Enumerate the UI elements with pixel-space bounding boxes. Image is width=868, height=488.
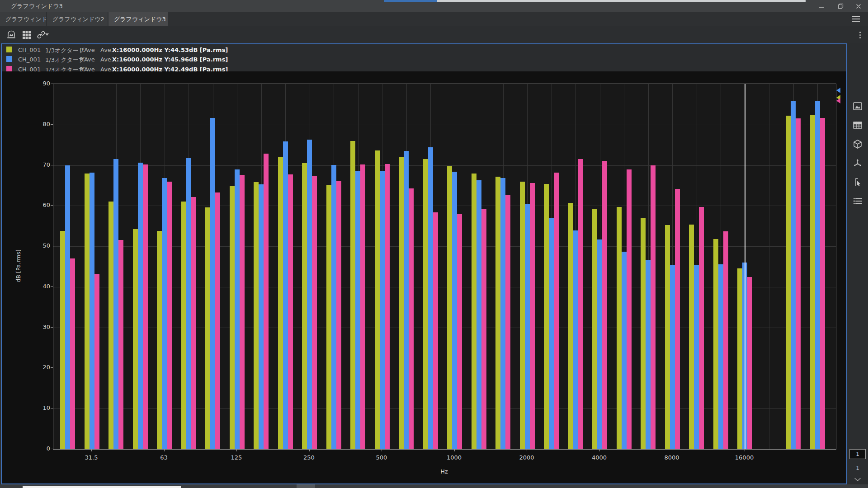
tab-graph-window-3[interactable]: グラフウィンドウ3✕ [108,12,168,26]
layout-grid-button[interactable] [20,28,33,42]
bar-series-3 [723,231,728,449]
minimize-button[interactable] [813,0,830,12]
bottom-bar [0,484,868,488]
y-tick-mark [51,165,53,165]
tab-bar: グラフウィンドウ1 グラフウィンドウ2 グラフウィンドウ3✕ [0,12,868,26]
gridline-horizontal [53,125,836,125]
bar-series-2 [259,184,264,449]
series-color-swatch [6,56,12,62]
tab-graph-window-2[interactable]: グラフウィンドウ2 [47,12,108,26]
bar-series-2 [815,101,820,449]
y-tick-mark [51,246,53,246]
bar-series-3 [747,277,752,449]
y-tick-label: 30 [31,324,50,330]
bar-series-2 [90,173,94,449]
bar-series-3 [796,118,801,449]
bar-series-3 [602,161,607,449]
bar-series-3 [336,181,341,449]
bar-series-3 [481,209,486,449]
bar-series-2 [65,165,70,449]
bar-series-1 [205,207,210,449]
tab-label: グラフウィンドウ2 [52,16,104,23]
bar-series-2 [694,265,699,449]
processing-label: P.Ave [80,56,95,63]
bar-series-2 [525,204,530,449]
image-icon [852,101,863,112]
analysis-label: 1/3オクターブ [45,56,85,64]
bar-series-1 [399,157,404,449]
table-view-button[interactable] [852,119,863,131]
tab-graph-window-1[interactable]: グラフウィンドウ1 [0,12,46,26]
more-ellipsis-icon[interactable] [858,29,862,41]
restore-icon [838,3,844,9]
bar-series-2 [138,163,143,449]
bar-series-2 [331,165,336,449]
bar-series-2 [404,151,409,449]
bar-series-3 [820,118,825,449]
bar-series-3 [699,207,704,449]
bar-series-2 [380,171,385,449]
list-view-button[interactable] [852,195,863,207]
y-tick-label: 40 [31,283,50,290]
cursor-line[interactable] [745,84,745,449]
legend-row-1[interactable]: CH_001 1/3オクターブ P.Ave Ave. X:16000.000Hz… [2,47,273,54]
bar-series-3 [240,175,245,449]
x-tick-mark [599,449,600,451]
tab-label: グラフウィンドウ3 [114,16,166,23]
page-next-chevron[interactable] [849,475,866,483]
legend-row-2[interactable]: CH_001 1/3オクターブ P.Ave Ave. X:16000.000Hz… [2,56,273,64]
y-tick-label: 20 [31,364,50,371]
plot-area[interactable] [53,84,836,450]
bar-series-2 [500,178,505,449]
x-tick-label: 8000 [656,454,688,461]
close-icon [856,4,861,9]
bar-series-2 [573,230,578,449]
bar-series-2 [235,169,240,449]
background-window-edge-blue [384,0,437,2]
bar-series-1 [302,163,307,449]
channel-label: CH_001 [18,56,41,63]
cursor-edge-marker[interactable] [836,98,840,103]
bar-series-2 [597,239,602,449]
y-tick-mark [51,367,53,368]
table-icon [852,120,863,131]
caret-down-icon[interactable] [45,33,49,36]
cube-3d-button[interactable] [852,138,863,150]
bar-series-1 [665,225,670,449]
bar-series-1 [157,231,162,449]
bar-series-3 [651,165,656,449]
x-tick-mark [527,449,527,451]
x-tick-mark [91,449,92,451]
restore-button[interactable] [832,0,849,12]
bar-series-1 [520,182,525,449]
bar-series-1 [85,174,90,449]
bar-series-3 [70,258,75,449]
cursor-edge-marker[interactable] [836,88,840,93]
app-window: グラフウィンドウ3 グラフウィンドウ1 グラフウィンドウ2 グラフウィンドウ3✕ [0,0,868,488]
bar-series-3 [554,173,559,449]
average-label: Ave. [100,56,113,63]
graph-panel: CH_001 1/3オクターブ P.Ave Ave. X:16000.000Hz… [1,43,847,484]
x-tick-label: 2000 [511,454,542,461]
pager-divider [850,462,865,462]
x-tick-mark [382,449,382,451]
bar-series-1 [617,207,622,449]
image-view-button[interactable] [852,100,863,112]
bar-series-3 [94,274,99,449]
x-tick-mark [454,449,455,451]
bar-series-3 [530,183,535,449]
bar-series-3 [433,212,438,449]
average-label: Ave. [100,47,113,53]
graph-thumbnail-icon [6,29,17,40]
cursor-tool-button[interactable] [852,176,863,188]
axes-3d-button[interactable] [852,157,863,169]
bar-series-3 [627,169,632,449]
graph-thumbnail-button[interactable] [5,28,18,42]
menu-hamburger-icon[interactable] [852,16,860,22]
bar-series-3 [312,176,317,449]
page-current-box[interactable]: 1 [849,449,866,459]
close-button[interactable] [850,0,867,12]
bar-series-1 [568,203,573,449]
bar-series-1 [181,202,186,449]
page-navigator: 1 1 [849,449,866,483]
